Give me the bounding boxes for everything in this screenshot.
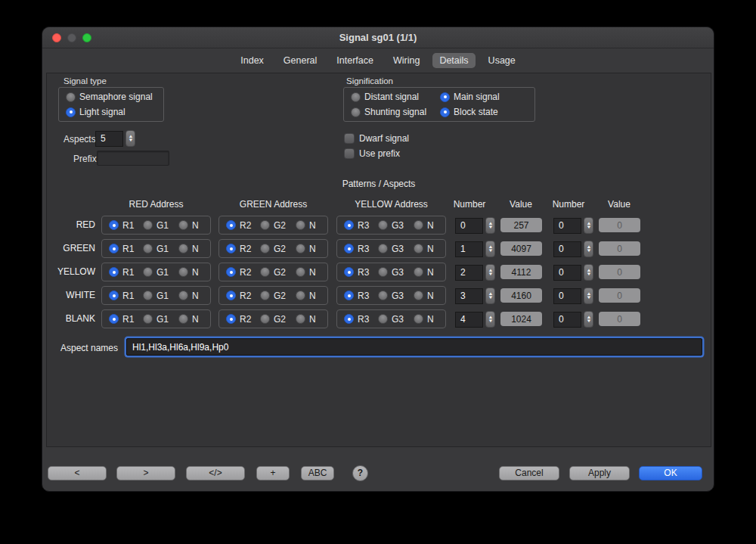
radio-shunting-signal[interactable]: Shunting signal — [351, 107, 440, 117]
value-field[interactable]: 4112 — [500, 265, 542, 279]
number2-stepper[interactable]: ▲▼ — [584, 264, 593, 281]
radio-g1[interactable]: G1 — [143, 220, 178, 231]
radio-g1[interactable]: G1 — [143, 244, 178, 254]
value-field[interactable]: 4097 — [500, 241, 542, 256]
radio-r3[interactable]: R3 — [344, 267, 378, 278]
number2-field[interactable]: 0 — [553, 312, 581, 328]
number2-stepper[interactable]: ▲▼ — [584, 288, 593, 304]
radio-r1[interactable]: R1 — [109, 244, 143, 254]
radio-g1[interactable]: G1 — [143, 291, 178, 301]
number2-stepper[interactable]: ▲▼ — [584, 217, 593, 234]
number2-field[interactable]: 0 — [553, 288, 581, 304]
radio-g2[interactable]: G2 — [260, 314, 296, 325]
number2-stepper[interactable]: ▲▼ — [584, 311, 593, 328]
use-prefix-checkbox[interactable] — [344, 148, 355, 159]
radio-block-state[interactable]: Block state — [440, 107, 528, 117]
close-window-button[interactable] — [52, 33, 61, 42]
tab-interface[interactable]: Interface — [330, 53, 380, 68]
tab-wiring[interactable]: Wiring — [386, 53, 426, 68]
radio-r1[interactable]: R1 — [109, 220, 143, 231]
radio-g2[interactable]: G2 — [260, 267, 296, 278]
number2-stepper[interactable]: ▲▼ — [584, 241, 593, 257]
radio-n[interactable]: N — [296, 314, 316, 325]
value-field[interactable]: 1024 — [500, 312, 542, 326]
radio-g3[interactable]: G3 — [378, 267, 414, 278]
radio-g2[interactable]: G2 — [260, 220, 296, 231]
cancel-button[interactable]: Cancel — [499, 466, 559, 480]
value-field[interactable]: 257 — [500, 218, 542, 232]
radio-r2[interactable]: R2 — [226, 314, 260, 325]
radio-light-signal[interactable]: Light signal — [66, 107, 156, 117]
radio-n[interactable]: N — [178, 267, 199, 278]
radio-n[interactable]: N — [178, 291, 199, 301]
number2-field[interactable]: 0 — [553, 241, 581, 257]
dwarf-signal-checkbox[interactable] — [344, 133, 355, 144]
tab-general[interactable]: General — [277, 53, 324, 68]
radio-semaphore-signal[interactable]: Semaphore signal — [66, 92, 156, 102]
add-button[interactable]: + — [256, 466, 290, 480]
number-stepper[interactable]: ▲▼ — [485, 264, 495, 281]
number-stepper[interactable]: ▲▼ — [485, 311, 495, 328]
radio-g3[interactable]: G3 — [378, 244, 414, 254]
xml-button[interactable]: </> — [186, 466, 245, 480]
number-field[interactable]: 1 — [455, 241, 483, 257]
tab-usage[interactable]: Usage — [482, 53, 522, 68]
radio-r3[interactable]: R3 — [344, 220, 378, 231]
radio-n[interactable]: N — [296, 244, 316, 254]
prefix-field[interactable] — [97, 151, 169, 166]
radio-main-signal[interactable]: Main signal — [440, 92, 528, 102]
radio-g3[interactable]: G3 — [378, 314, 414, 325]
number2-field[interactable]: 0 — [553, 218, 581, 234]
help-button[interactable]: ? — [352, 465, 368, 481]
radio-n[interactable]: N — [414, 314, 434, 325]
radio-r3[interactable]: R3 — [344, 291, 378, 301]
radio-n[interactable]: N — [414, 267, 434, 278]
previous-button[interactable]: < — [48, 466, 107, 480]
value-field[interactable]: 4160 — [500, 288, 542, 303]
radio-g1[interactable]: G1 — [143, 267, 178, 278]
number-field[interactable]: 4 — [455, 312, 483, 328]
radio-g2[interactable]: G2 — [260, 291, 296, 301]
radio-n[interactable]: N — [296, 291, 316, 301]
radio-n[interactable]: N — [414, 220, 434, 231]
radio-r1[interactable]: R1 — [109, 291, 143, 301]
radio-r2[interactable]: R2 — [226, 291, 260, 301]
radio-g2[interactable]: G2 — [260, 244, 296, 254]
ok-button[interactable]: OK — [639, 466, 702, 480]
number2-field[interactable]: 0 — [553, 265, 581, 281]
radio-r2[interactable]: R2 — [226, 267, 260, 278]
minimize-window-button[interactable] — [67, 33, 76, 42]
aspects-stepper[interactable]: ▲▼ — [125, 130, 135, 147]
radio-r2[interactable]: R2 — [226, 244, 260, 254]
number-field[interactable]: 2 — [455, 265, 483, 281]
radio-n[interactable]: N — [296, 267, 316, 278]
aspect-names-field[interactable]: Hl1,Hl3a,Hl6a,Hl9a,Hp0 — [126, 338, 702, 356]
radio-g3[interactable]: G3 — [378, 220, 414, 231]
radio-n[interactable]: N — [414, 244, 434, 254]
number-stepper[interactable]: ▲▼ — [485, 241, 495, 257]
tab-details[interactable]: Details — [432, 53, 475, 68]
tab-index[interactable]: Index — [234, 53, 271, 68]
number-stepper[interactable]: ▲▼ — [485, 288, 495, 304]
radio-n[interactable]: N — [296, 220, 316, 231]
radio-n[interactable]: N — [178, 220, 199, 231]
number-field[interactable]: 3 — [455, 288, 483, 304]
radio-r3[interactable]: R3 — [344, 244, 378, 254]
radio-distant-signal[interactable]: Distant signal — [351, 92, 440, 102]
radio-g3[interactable]: G3 — [378, 291, 414, 301]
next-button[interactable]: > — [116, 466, 175, 480]
radio-r2[interactable]: R2 — [226, 220, 260, 231]
radio-r3[interactable]: R3 — [344, 314, 378, 325]
apply-button[interactable]: Apply — [569, 466, 630, 480]
number-field[interactable]: 0 — [455, 218, 483, 234]
radio-r1[interactable]: R1 — [109, 314, 143, 325]
number-stepper[interactable]: ▲▼ — [485, 217, 495, 234]
radio-n[interactable]: N — [178, 244, 199, 254]
radio-g1[interactable]: G1 — [143, 314, 178, 325]
abc-button[interactable]: ABC — [301, 466, 334, 480]
radio-n[interactable]: N — [414, 291, 434, 301]
radio-n[interactable]: N — [178, 314, 199, 325]
radio-r1[interactable]: R1 — [109, 267, 143, 278]
aspects-field[interactable]: 5 — [95, 131, 123, 147]
zoom-window-button[interactable] — [82, 33, 91, 42]
